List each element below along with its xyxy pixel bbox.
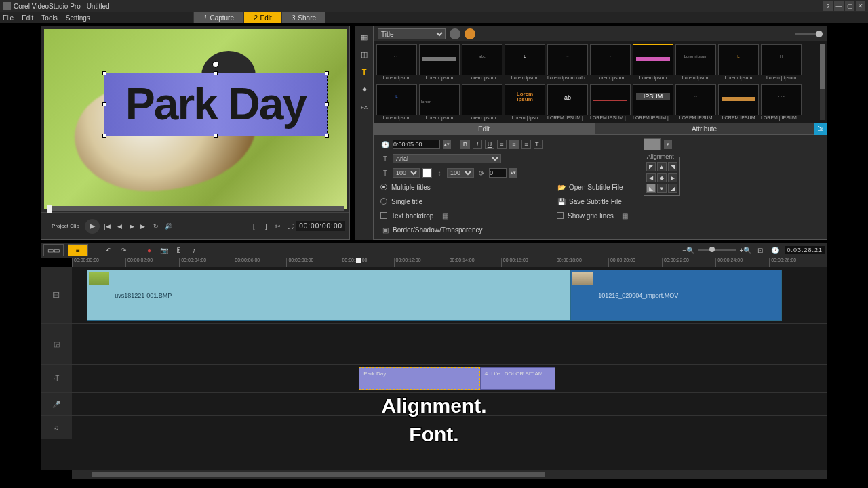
fit-project-button[interactable]: ⊡ [755,245,766,256]
voice-track-header[interactable]: 🎤 [41,393,72,415]
preset-color-dropdown[interactable]: ▾ [664,140,672,149]
font-color-swatch[interactable] [422,168,432,178]
title-preset[interactable]: · · ·Lorem ipsum [376,44,417,82]
title-clip[interactable]: &. Life | DOLOR SIT AM [480,367,555,390]
title-preset[interactable]: LOREM IPSUM | ... [590,84,631,122]
resize-handle[interactable] [214,134,218,138]
auto-music-button[interactable]: ♪ [189,245,199,256]
bold-button[interactable]: B [460,140,470,149]
timeline-ruler[interactable]: 00:00:00:0000:00:02:0000:00:04:0000:00:0… [72,258,827,267]
resize-handle[interactable] [325,71,329,75]
resize-handle[interactable] [102,134,106,138]
video-clip[interactable]: uvs181221-001.BMP [87,270,570,321]
timeline-horizontal-scrollbar[interactable] [72,470,827,479]
resize-handle[interactable] [102,71,106,75]
checkbox-text-backdrop[interactable] [380,212,387,219]
expand-options-icon[interactable]: ⇲ [814,123,827,135]
align-bottom-left[interactable]: ◣ [646,184,656,193]
title-text[interactable]: Park Day [104,73,327,134]
title-preset[interactable]: LOREM IPSUM [718,84,759,122]
playback-mode-label[interactable]: Project Clip [45,223,79,229]
title-preset[interactable]: loremLorem ipsum [419,84,460,122]
sidetab-title-icon[interactable]: T [357,65,371,79]
align-middle-right[interactable]: ▶ [668,173,677,182]
tab-attribute[interactable]: Attribute [594,123,814,135]
align-right-button[interactable]: ≡ [521,140,531,149]
text-backdrop-settings-icon[interactable]: ▦ [440,211,450,220]
goto-start-button[interactable]: |◀ [102,222,112,231]
library-category-select[interactable]: Title [378,28,446,39]
storyboard-view-button[interactable]: ▭▭ [43,244,64,256]
border-shadow-icon[interactable]: ▣ [380,225,390,235]
step-share[interactable]: 3Share [281,12,326,23]
split-button[interactable]: ✂ [273,222,283,231]
resize-handle[interactable] [214,71,218,75]
timeline-view-button[interactable]: ≡ [68,244,88,256]
tab-edit[interactable]: Edit [374,123,594,135]
add-favorite-icon[interactable] [450,28,460,39]
font-size-select[interactable]: 100 [393,168,420,178]
library-scrollbar[interactable] [820,44,825,120]
menu-settings[interactable]: Settings [66,14,90,22]
title-preset[interactable]: ···LOREM IPSUM [675,84,716,122]
repeat-button[interactable]: ↻ [151,222,161,231]
font-select[interactable]: Arial [393,154,501,163]
align-top-right[interactable]: ◥ [668,162,677,171]
undo-button[interactable]: ↶ [103,245,114,256]
enlarge-button[interactable]: ⛶ [285,222,295,231]
checkbox-show-gridlines[interactable] [557,212,564,219]
record-button[interactable]: ● [144,245,155,256]
preset-color-swatch[interactable] [644,138,661,150]
redo-button[interactable]: ↷ [118,245,129,256]
title-preset[interactable]: Lorem ipsum [633,44,673,82]
align-left-button[interactable]: ≡ [497,140,507,149]
mark-out-button[interactable]: ] [261,222,271,231]
title-track-header[interactable]: ·T [41,365,72,392]
volume-button[interactable]: 🔊 [163,222,173,231]
line-spacing-select[interactable]: 100 [447,168,474,178]
title-preset[interactable]: - - -LOREM | IPSUM ... [761,84,802,122]
title-overlay[interactable]: Park Day [104,73,328,136]
title-preset[interactable]: Lorem ipsum [419,44,460,82]
title-preset[interactable]: | |Lorem | ipsum [761,44,802,82]
zoom-in-button[interactable]: +🔍 [740,245,751,256]
mark-in-button[interactable]: [ [249,222,258,231]
gridlines-settings-icon[interactable]: ▦ [620,211,630,220]
resize-handle[interactable] [325,102,329,106]
step-edit[interactable]: 2Edit [243,12,281,23]
zoom-out-button[interactable]: −🔍 [683,245,694,256]
open-subtitle-icon[interactable]: 📂 [557,182,566,192]
menu-edit[interactable]: Edit [22,14,33,22]
italic-button[interactable]: I [473,140,482,149]
resize-handle[interactable] [325,134,329,138]
prev-frame-button[interactable]: ◀ [115,222,124,231]
menu-file[interactable]: File [3,14,14,22]
align-middle-left[interactable]: ◀ [646,173,656,182]
save-subtitle-icon[interactable]: 💾 [557,197,566,206]
mixer-button[interactable]: 🎚 [174,245,184,256]
underline-button[interactable]: U [485,140,494,149]
title-preset[interactable]: LoremipsumLorem | ipsu [505,84,545,122]
title-preset[interactable]: LLorem ipsum [505,44,545,82]
duration-spinner[interactable]: ▴▾ [443,140,451,149]
align-bottom-center[interactable]: ▼ [657,184,667,193]
scrub-cursor-icon[interactable] [47,205,52,213]
title-preset[interactable]: ·Lorem ipsum [590,44,631,82]
thumb-size-slider[interactable] [795,33,823,35]
rotate-handle-icon[interactable] [212,61,219,68]
title-preset[interactable]: LLorem ipsum [376,84,417,122]
title-preset[interactable]: ··Lorem ipsum dolo... [547,44,588,82]
rotate-input[interactable] [489,168,507,178]
play-button[interactable]: ▶ [85,219,100,234]
align-center-button[interactable]: ≡ [509,140,519,149]
overlay-track-header[interactable]: ◲ [41,324,72,364]
sidetab-graphic-icon[interactable]: ✦ [357,83,371,96]
title-clip[interactable]: Park Day [359,367,479,390]
step-capture[interactable]: 1Capture [193,12,243,23]
sidetab-media-icon[interactable]: ▦ [357,30,371,43]
title-preset[interactable]: abLOREM IPSUM | ... [547,84,588,122]
minimize-button[interactable]: — [834,1,844,11]
title-preset[interactable]: abcLorem ipsum [462,44,502,82]
align-top-left[interactable]: ◤ [646,162,656,171]
scrub-bar[interactable] [47,206,344,211]
